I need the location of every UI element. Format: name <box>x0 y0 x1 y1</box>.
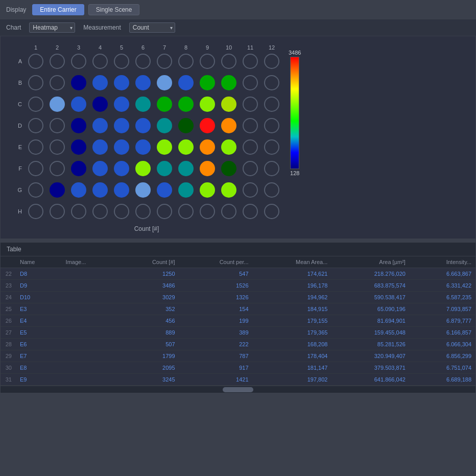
heatmap-cell-C3[interactable] <box>68 93 89 115</box>
horizontal-scrollbar[interactable] <box>1 386 475 393</box>
heatmap-cell-A7[interactable] <box>154 51 175 72</box>
heatmap-cell-G4[interactable] <box>89 179 111 201</box>
heatmap-cell-C11[interactable] <box>240 93 261 115</box>
heatmap-cell-B9[interactable] <box>197 72 218 93</box>
heatmap-cell-G12[interactable] <box>261 179 282 201</box>
heatmap-cell-B6[interactable] <box>132 72 154 93</box>
heatmap-cell-C12[interactable] <box>261 93 282 115</box>
heatmap-cell-H4[interactable] <box>89 201 111 222</box>
heatmap-cell-C1[interactable] <box>25 93 46 115</box>
heatmap-cell-E2[interactable] <box>46 136 68 158</box>
heatmap-cell-B11[interactable] <box>240 72 261 93</box>
heatmap-cell-G10[interactable] <box>218 179 240 201</box>
heatmap-cell-F2[interactable] <box>46 158 68 179</box>
measurement-select[interactable]: Count <box>129 22 175 33</box>
table-row[interactable]: 30 E8 2095 917 181,147 379.503,871 6.751… <box>1 362 475 374</box>
heatmap-cell-A8[interactable] <box>175 51 197 72</box>
heatmap-cell-A11[interactable] <box>240 51 261 72</box>
heatmap-cell-E10[interactable] <box>218 136 240 158</box>
heatmap-cell-B5[interactable] <box>111 72 132 93</box>
heatmap-cell-A1[interactable] <box>25 51 46 72</box>
heatmap-cell-F12[interactable] <box>261 158 282 179</box>
heatmap-cell-E6[interactable] <box>132 136 154 158</box>
heatmap-cell-H10[interactable] <box>218 201 240 222</box>
heatmap-cell-G5[interactable] <box>111 179 132 201</box>
heatmap-cell-C9[interactable] <box>197 93 218 115</box>
heatmap-cell-D7[interactable] <box>154 115 175 136</box>
heatmap-cell-G3[interactable] <box>68 179 89 201</box>
heatmap-cell-G6[interactable] <box>132 179 154 201</box>
heatmap-cell-D9[interactable] <box>197 115 218 136</box>
heatmap-cell-E4[interactable] <box>89 136 111 158</box>
heatmap-cell-G7[interactable] <box>154 179 175 201</box>
heatmap-cell-F4[interactable] <box>89 158 111 179</box>
heatmap-cell-F8[interactable] <box>175 158 197 179</box>
th-count[interactable]: Count [#] <box>118 256 179 268</box>
heatmap-cell-H8[interactable] <box>175 201 197 222</box>
table-row[interactable]: 25 E3 352 154 184,915 65.090,196 7.093,8… <box>1 303 475 315</box>
heatmap-cell-F5[interactable] <box>111 158 132 179</box>
heatmap-cell-B3[interactable] <box>68 72 89 93</box>
heatmap-cell-B1[interactable] <box>25 72 46 93</box>
heatmap-cell-A9[interactable] <box>197 51 218 72</box>
heatmap-cell-H11[interactable] <box>240 201 261 222</box>
heatmap-cell-D3[interactable] <box>68 115 89 136</box>
heatmap-cell-C8[interactable] <box>175 93 197 115</box>
heatmap-cell-D10[interactable] <box>218 115 240 136</box>
heatmap-cell-D4[interactable] <box>89 115 111 136</box>
heatmap-cell-E9[interactable] <box>197 136 218 158</box>
heatmap-cell-G9[interactable] <box>197 179 218 201</box>
heatmap-cell-F10[interactable] <box>218 158 240 179</box>
table-row[interactable]: 29 E7 1799 787 178,404 320.949,407 6.856… <box>1 350 475 362</box>
heatmap-cell-F3[interactable] <box>68 158 89 179</box>
heatmap-cell-D11[interactable] <box>240 115 261 136</box>
heatmap-cell-A6[interactable] <box>132 51 154 72</box>
heatmap-cell-F6[interactable] <box>132 158 154 179</box>
th-mean-area[interactable]: Mean Area... <box>253 256 332 268</box>
table-row[interactable]: 22 D8 1250 547 174,621 218.276,020 6.663… <box>1 268 475 280</box>
heatmap-cell-C4[interactable] <box>89 93 111 115</box>
table-container[interactable]: Name Image... Count [#] Count per... Mea… <box>1 256 475 386</box>
heatmap-cell-E7[interactable] <box>154 136 175 158</box>
heatmap-cell-D8[interactable] <box>175 115 197 136</box>
heatmap-cell-F7[interactable] <box>154 158 175 179</box>
heatmap-cell-A10[interactable] <box>218 51 240 72</box>
heatmap-cell-H7[interactable] <box>154 201 175 222</box>
th-area[interactable]: Area [µm²] <box>331 256 409 268</box>
heatmap-cell-A5[interactable] <box>111 51 132 72</box>
heatmap-cell-B4[interactable] <box>89 72 111 93</box>
th-name[interactable]: Name <box>16 256 62 268</box>
th-intensity[interactable]: Intensity... <box>410 256 475 268</box>
th-count-per[interactable]: Count per... <box>179 256 253 268</box>
heatmap-cell-E3[interactable] <box>68 136 89 158</box>
heatmap-cell-G11[interactable] <box>240 179 261 201</box>
heatmap-cell-B8[interactable] <box>175 72 197 93</box>
heatmap-cell-H2[interactable] <box>46 201 68 222</box>
heatmap-cell-H3[interactable] <box>68 201 89 222</box>
table-row[interactable]: 28 E6 507 222 168,208 85.281,526 6.066,3… <box>1 339 475 350</box>
heatmap-cell-C6[interactable] <box>132 93 154 115</box>
heatmap-cell-C10[interactable] <box>218 93 240 115</box>
table-row[interactable]: 26 E4 456 199 179,155 81.694,901 6.879,7… <box>1 315 475 327</box>
heatmap-cell-G2[interactable] <box>46 179 68 201</box>
heatmap-cell-E8[interactable] <box>175 136 197 158</box>
heatmap-cell-B7[interactable] <box>154 72 175 93</box>
heatmap-cell-F11[interactable] <box>240 158 261 179</box>
heatmap-cell-A2[interactable] <box>46 51 68 72</box>
entire-carrier-button[interactable]: Entire Carrier <box>32 4 84 15</box>
chart-select[interactable]: Heatmap <box>29 22 75 33</box>
heatmap-cell-C2[interactable] <box>46 93 68 115</box>
heatmap-cell-H6[interactable] <box>132 201 154 222</box>
heatmap-cell-D2[interactable] <box>46 115 68 136</box>
single-scene-button[interactable]: Single Scene <box>88 4 140 15</box>
heatmap-cell-A12[interactable] <box>261 51 282 72</box>
heatmap-cell-G1[interactable] <box>25 179 46 201</box>
table-row[interactable]: 31 E9 3245 1421 197,802 641.866,042 6.68… <box>1 374 475 386</box>
heatmap-cell-B10[interactable] <box>218 72 240 93</box>
heatmap-cell-E1[interactable] <box>25 136 46 158</box>
scrollbar-thumb[interactable] <box>223 387 253 392</box>
table-row[interactable]: 23 D9 3486 1526 196,178 683.875,574 6.33… <box>1 280 475 292</box>
heatmap-cell-B12[interactable] <box>261 72 282 93</box>
heatmap-cell-H5[interactable] <box>111 201 132 222</box>
heatmap-cell-C7[interactable] <box>154 93 175 115</box>
